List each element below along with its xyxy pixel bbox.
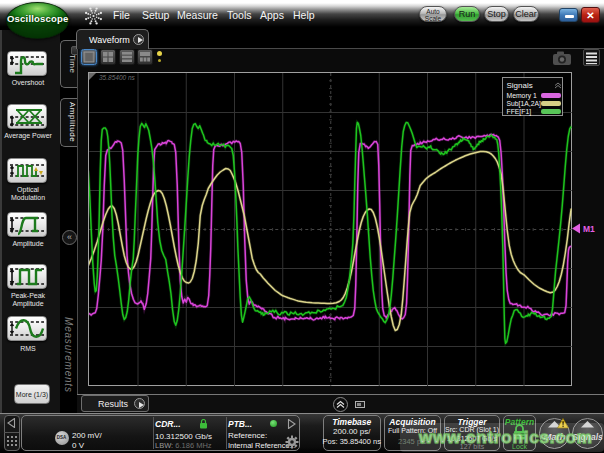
svg-text:M1: M1: [583, 224, 595, 234]
